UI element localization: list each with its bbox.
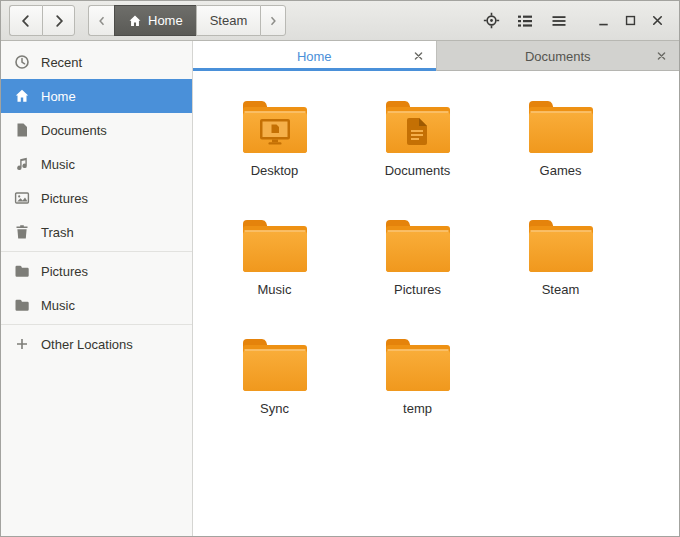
sidebar-item-label: Pictures: [41, 191, 88, 206]
file-temp[interactable]: temp: [382, 336, 454, 455]
folder-icon: [382, 336, 454, 394]
tab-close-button[interactable]: [653, 48, 670, 65]
file-desktop[interactable]: Desktop: [239, 98, 311, 217]
list-view-icon: [517, 13, 533, 29]
sidebar-bookmark-pictures[interactable]: Pictures: [1, 254, 192, 288]
sidebar-bookmark-music[interactable]: Music: [1, 288, 192, 322]
folder-icon: [239, 217, 311, 275]
path-scroll-right-button[interactable]: [260, 5, 286, 36]
minimize-button[interactable]: [590, 8, 617, 34]
content-pane: Home Documents: [193, 41, 679, 536]
sidebar-item-label: Music: [41, 298, 75, 313]
file-manager-window: Home Steam: [0, 0, 680, 537]
home-icon: [14, 88, 30, 104]
plus-icon: [14, 336, 30, 352]
chevron-left-icon: [18, 13, 34, 29]
folder-documents-icon: [382, 98, 454, 156]
forward-button[interactable]: [42, 5, 75, 36]
tab-close-button[interactable]: [410, 48, 427, 65]
chevron-right-icon: [51, 13, 67, 29]
path-segment-steam[interactable]: Steam: [196, 5, 261, 36]
file-label: Documents: [385, 163, 451, 178]
main-body: Recent Home Documents Music: [1, 41, 679, 536]
path-segment-label: Home: [148, 13, 183, 28]
folder-icon: [382, 217, 454, 275]
music-note-icon: [14, 156, 30, 172]
folder-icon: [525, 98, 597, 156]
path-segment-label: Steam: [210, 13, 248, 28]
sidebar: Recent Home Documents Music: [1, 41, 193, 536]
folder-icon: [525, 217, 597, 275]
close-button[interactable]: [644, 8, 671, 34]
tab-home[interactable]: Home: [193, 41, 436, 71]
file-music[interactable]: Music: [239, 217, 311, 336]
hamburger-menu-icon: [551, 13, 567, 29]
file-games[interactable]: Games: [525, 98, 597, 217]
sidebar-item-label: Documents: [41, 123, 107, 138]
file-grid: Desktop: [193, 71, 679, 536]
image-icon: [14, 190, 30, 206]
view-list-button[interactable]: [508, 6, 542, 36]
file-label: Steam: [542, 282, 580, 297]
minimize-icon: [596, 13, 611, 28]
clock-icon: [14, 54, 30, 70]
folder-icon: [14, 297, 30, 313]
chevron-right-icon: [267, 15, 279, 27]
enter-location-button[interactable]: [474, 6, 508, 36]
chevron-left-icon: [96, 15, 108, 27]
tab-bar: Home Documents: [193, 41, 679, 71]
file-steam[interactable]: Steam: [525, 217, 597, 336]
file-label: Sync: [260, 401, 289, 416]
close-icon: [656, 51, 667, 62]
folder-desktop-icon: [239, 98, 311, 156]
menu-button[interactable]: [542, 6, 576, 36]
sidebar-item-label: Recent: [41, 55, 82, 70]
sidebar-item-recent[interactable]: Recent: [1, 45, 192, 79]
file-label: Games: [540, 163, 582, 178]
history-nav-group: [9, 5, 75, 36]
close-icon: [650, 13, 665, 28]
window-controls: [590, 8, 671, 34]
home-icon: [128, 14, 142, 28]
maximize-icon: [623, 13, 638, 28]
sidebar-item-label: Trash: [41, 225, 74, 240]
sidebar-item-music[interactable]: Music: [1, 147, 192, 181]
headerbar: Home Steam: [1, 1, 679, 41]
file-label: Pictures: [394, 282, 441, 297]
sidebar-item-home[interactable]: Home: [1, 79, 192, 113]
path-segment-home[interactable]: Home: [114, 5, 196, 36]
folder-icon: [239, 336, 311, 394]
sidebar-separator: [1, 251, 192, 252]
path-bar: Home Steam: [88, 5, 286, 36]
document-icon: [14, 122, 30, 138]
file-pictures[interactable]: Pictures: [382, 217, 454, 336]
maximize-button[interactable]: [617, 8, 644, 34]
folder-icon: [14, 263, 30, 279]
file-sync[interactable]: Sync: [239, 336, 311, 455]
tab-label: Documents: [525, 49, 591, 64]
path-scroll-left-button[interactable]: [88, 5, 114, 36]
sidebar-item-label: Pictures: [41, 264, 88, 279]
file-documents[interactable]: Documents: [382, 98, 454, 217]
tab-label: Home: [297, 49, 332, 64]
file-label: Music: [258, 282, 292, 297]
back-button[interactable]: [9, 5, 42, 36]
tab-documents[interactable]: Documents: [436, 41, 680, 71]
close-icon: [413, 51, 424, 62]
sidebar-item-label: Music: [41, 157, 75, 172]
trash-icon: [14, 224, 30, 240]
sidebar-item-pictures[interactable]: Pictures: [1, 181, 192, 215]
sidebar-item-other-locations[interactable]: Other Locations: [1, 327, 192, 361]
file-label: Desktop: [251, 163, 299, 178]
crosshair-location-icon: [483, 12, 500, 29]
sidebar-item-label: Other Locations: [41, 337, 133, 352]
sidebar-item-trash[interactable]: Trash: [1, 215, 192, 249]
sidebar-item-documents[interactable]: Documents: [1, 113, 192, 147]
sidebar-item-label: Home: [41, 89, 76, 104]
sidebar-separator: [1, 324, 192, 325]
file-label: temp: [403, 401, 432, 416]
